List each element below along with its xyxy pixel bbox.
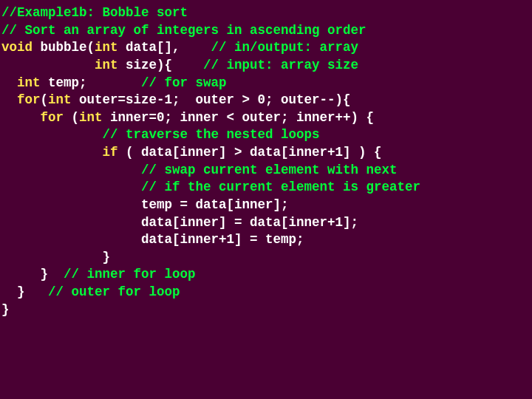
code-text: outer=size-1; outer > 0; outer--){ [79, 92, 351, 107]
code-block: //Example1b: Bobble sort // Sort an arra… [0, 0, 532, 323]
indent [1, 92, 17, 107]
keyword: int [95, 58, 126, 72]
comment: // inner for loop [64, 267, 196, 282]
indent [1, 110, 41, 125]
indent [1, 267, 41, 282]
comment: // traverse the nested loops [103, 127, 320, 142]
code-text: ( [41, 92, 49, 107]
keyword: int [17, 75, 48, 90]
keyword: for [17, 92, 41, 107]
code-text: data[inner+1] = temp; [141, 232, 304, 247]
comment: // for swap [141, 75, 227, 90]
keyword: int [95, 40, 126, 55]
indent [1, 163, 141, 177]
indent [1, 232, 141, 247]
comment: // input: array size [203, 58, 358, 72]
indent [1, 145, 103, 160]
keyword: void [1, 40, 41, 55]
code-text: ( data[inner] > data[inner+1] ) { [126, 145, 382, 160]
code-text: ( [72, 110, 80, 125]
code-text: } [103, 250, 111, 265]
code-text: data[], [126, 40, 211, 55]
code-text: inner=0; inner < outer; inner++) { [110, 110, 374, 125]
indent [1, 127, 103, 142]
keyword: int [79, 110, 110, 125]
code-text: } [17, 284, 48, 299]
comment: // swap current element with next [141, 163, 398, 177]
code-text: } [41, 267, 64, 282]
code-text: size){ [126, 58, 203, 72]
indent [1, 284, 17, 299]
indent [1, 58, 95, 72]
indent [1, 75, 17, 90]
code-text: } [1, 302, 10, 317]
code-text: temp; [48, 75, 141, 90]
comment: // outer for loop [48, 284, 180, 299]
indent [1, 197, 141, 212]
indent [1, 215, 141, 230]
code-text: bubble( [41, 40, 95, 55]
indent [1, 250, 103, 265]
code-text: data[inner] = data[inner+1]; [141, 215, 358, 230]
indent [1, 180, 141, 194]
comment: //Example1b: Bobble sort [1, 5, 188, 20]
keyword: if [103, 145, 126, 160]
comment: // in/output: array [211, 40, 359, 55]
comment: // Sort an array of integers in ascendin… [1, 23, 366, 38]
keyword: int [48, 92, 79, 107]
keyword: for [41, 110, 72, 125]
comment: // if the current element is greater [141, 180, 420, 194]
code-text: temp = data[inner]; [141, 197, 289, 212]
